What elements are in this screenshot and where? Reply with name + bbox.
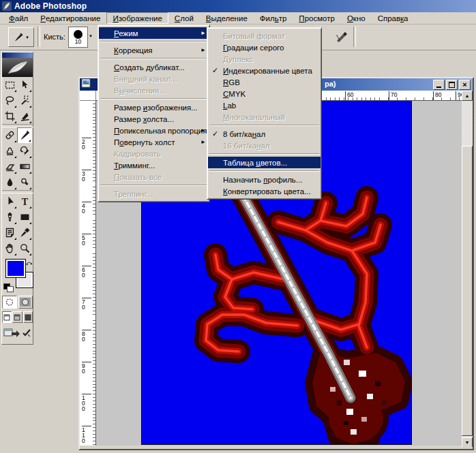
brush-preview-picker[interactable]: 10 <box>68 27 88 48</box>
mode-assign-profile[interactable]: Назначить профиль... <box>208 174 321 185</box>
quick-mask-mode-button[interactable] <box>18 296 33 309</box>
menu-item-label: Битовый формат <box>223 32 285 40</box>
vertical-scrollbar: ▲ ▼ <box>462 91 473 447</box>
tool-grid: T <box>2 77 33 256</box>
tool-crop[interactable] <box>2 108 17 124</box>
menu-help[interactable]: Справка <box>372 12 415 24</box>
scrollbar-thumb[interactable] <box>462 146 473 436</box>
airbrush-toggle-button[interactable] <box>332 28 351 45</box>
menu-item-label: Тримминг... <box>114 161 155 170</box>
eraser-icon <box>3 160 16 173</box>
tool-clone-stamp[interactable] <box>2 143 17 159</box>
scroll-up-button[interactable]: ▲ <box>462 91 473 101</box>
mode-convert-profile[interactable]: Конвертировать цвета... <box>208 185 321 197</box>
v-ruler-number: 70 <box>82 298 91 310</box>
tool-zoom[interactable] <box>17 240 32 256</box>
minimize-button[interactable] <box>433 80 445 90</box>
menu-view[interactable]: Просмотр <box>293 12 341 24</box>
foreground-color-swatch[interactable] <box>5 259 26 278</box>
menu-item-label: Размер изображения... <box>114 104 198 112</box>
slice-icon <box>18 110 31 123</box>
brush-picker-arrow-icon[interactable]: ▼ <box>89 34 93 38</box>
tool-gradient[interactable] <box>17 159 32 174</box>
tool-pen[interactable] <box>2 209 17 225</box>
tool-eraser[interactable] <box>2 159 17 174</box>
mode-indexed[interactable]: ✓Индексированные цвета <box>208 65 321 76</box>
brush-tip-preview <box>74 30 83 39</box>
hand-icon <box>3 242 16 255</box>
menu-item-canvas-size[interactable]: Размер холста... <box>99 113 209 125</box>
jump-to-imageready-button[interactable] <box>3 327 20 341</box>
menu-file[interactable]: Файл <box>3 12 34 24</box>
tool-notes[interactable] <box>2 225 17 240</box>
tool-type[interactable]: T <box>17 193 32 209</box>
tool-history-brush[interactable] <box>17 143 32 159</box>
menu-item-label: RGB <box>223 78 240 87</box>
jump-to-row <box>2 324 33 344</box>
menu-item-image-size[interactable]: Размер изображения... <box>99 101 209 113</box>
menu-item-rotate-canvas[interactable]: Повернуть холст► <box>99 136 209 148</box>
mode-8bit[interactable]: ✓8 бит/канал <box>208 128 321 140</box>
tool-blur[interactable] <box>2 174 17 190</box>
brush-label: Кисть: <box>44 33 65 41</box>
menu-layer[interactable]: Слой <box>168 12 200 24</box>
tool-healing-brush[interactable] <box>2 127 17 143</box>
mode-lab[interactable]: Lab <box>208 99 321 111</box>
standard-mode-button[interactable] <box>2 296 17 309</box>
tool-slice[interactable] <box>17 108 32 124</box>
default-colors-icon[interactable] <box>3 283 13 292</box>
blur-icon <box>3 176 16 189</box>
app-titlebar: Adobe Photoshop <box>0 0 476 12</box>
brush-icon <box>18 129 31 142</box>
mode-cmyk[interactable]: CMYK <box>208 88 321 99</box>
menu-item-label: Повернуть холст <box>114 138 175 146</box>
tool-eyedropper[interactable] <box>17 225 32 240</box>
scrollbar-track[interactable] <box>462 101 473 437</box>
menu-item-adjustments[interactable]: Коррекция► <box>99 44 209 56</box>
tool-magic-wand[interactable] <box>17 93 32 108</box>
standard-screen-mode-button[interactable] <box>2 311 12 323</box>
tool-brush[interactable] <box>17 127 32 143</box>
tool-dodge[interactable] <box>17 174 32 190</box>
mode-grayscale[interactable]: Градации серого <box>208 42 321 53</box>
menubar: ФайлРедактированиеИзображениеСлойВыделен… <box>0 12 476 25</box>
menu-item-pixel-aspect[interactable]: Попиксельная пропорция► <box>99 125 209 136</box>
tool-move[interactable] <box>17 77 32 93</box>
menu-filter[interactable]: Фильтр <box>254 12 293 24</box>
menu-image[interactable]: Изображение <box>106 12 168 24</box>
toolbox-titlebar[interactable] <box>2 52 33 58</box>
tool-path-selection[interactable] <box>2 193 17 209</box>
tool-hand[interactable] <box>2 240 17 256</box>
menu-edit[interactable]: Редактирование <box>34 12 106 24</box>
document-icon <box>81 78 91 91</box>
color-swatches <box>2 256 33 294</box>
close-button[interactable]: × <box>459 80 471 90</box>
mode-submenu: Битовый форматГрадации серогоДуплекс✓Инд… <box>207 27 322 200</box>
mode-color-table[interactable]: Таблица цветов... <box>208 157 321 168</box>
tool-dropdown-arrow-icon[interactable]: ▼ <box>25 35 29 40</box>
imageready-check-icon[interactable] <box>22 328 31 340</box>
tool-shape[interactable] <box>17 209 32 225</box>
fullscreen-mode-button[interactable] <box>23 311 33 323</box>
fullscreen-menubar-mode-button[interactable] <box>12 311 22 323</box>
menu-item-mode[interactable]: Режим► <box>99 27 209 39</box>
menu-item-trap: Треппинг... <box>99 188 209 200</box>
tool-lasso[interactable] <box>2 93 17 108</box>
current-tool-button[interactable]: ▼ <box>8 27 34 47</box>
menu-separator <box>209 153 319 155</box>
scroll-down-button[interactable]: ▼ <box>462 437 473 448</box>
history-brush-icon <box>18 144 31 157</box>
type-icon: T <box>18 195 31 208</box>
menu-item-crop: Кадрировать <box>99 148 209 159</box>
mode-rgb[interactable]: RGB <box>208 76 321 88</box>
menu-separator <box>100 185 207 186</box>
menu-item-label: Конвертировать цвета... <box>223 187 311 196</box>
maximize-button[interactable] <box>446 80 458 90</box>
swap-colors-icon[interactable] <box>26 257 33 270</box>
menu-window[interactable]: Окно <box>341 12 372 24</box>
tool-rectangular-marquee[interactable] <box>2 77 17 93</box>
menu-separator <box>100 58 207 59</box>
menu-item-trim[interactable]: Тримминг... <box>99 159 209 171</box>
menu-item-duplicate[interactable]: Создать дубликат... <box>99 61 209 73</box>
menu-select[interactable]: Выделение <box>200 12 254 24</box>
